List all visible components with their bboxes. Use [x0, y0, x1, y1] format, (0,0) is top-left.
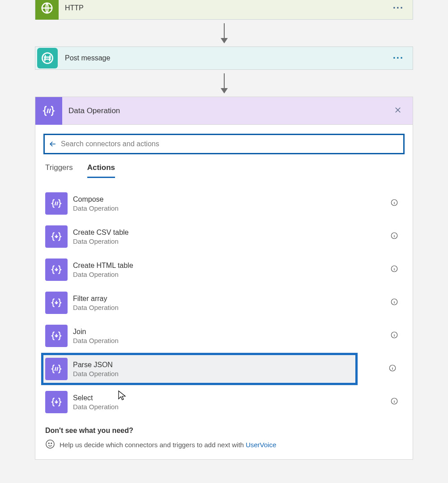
panel-header: Data Operation — [35, 97, 413, 125]
uservoice-link[interactable]: UserVoice — [246, 441, 276, 449]
tabs: Triggers Actions — [45, 163, 403, 178]
svg-point-10 — [48, 443, 49, 444]
braces-down-icon — [45, 225, 68, 248]
action-sub: Data Operation — [73, 271, 390, 278]
search-input[interactable] — [61, 140, 400, 148]
footer-title: Don't see what you need? — [45, 427, 403, 435]
action-create-csv-table[interactable]: Create CSV table Data Operation — [41, 220, 407, 253]
action-name: Compose — [73, 195, 390, 203]
action-sub: Data Operation — [73, 337, 390, 344]
action-join[interactable]: Join Data Operation — [41, 319, 407, 352]
http-step-title: HTTP — [65, 4, 393, 12]
action-sub: Data Operation — [73, 237, 390, 245]
info-icon[interactable] — [390, 397, 398, 407]
braces-icon — [35, 97, 62, 125]
braces-down-icon — [45, 391, 68, 413]
footer-help: Don't see what you need? Help us decide … — [45, 427, 403, 450]
more-menu-button[interactable]: ··· — [393, 52, 404, 64]
info-icon[interactable] — [390, 232, 398, 242]
more-menu-button[interactable]: ··· — [393, 2, 404, 14]
http-step[interactable]: HTTP ··· — [35, 0, 413, 20]
info-icon[interactable] — [388, 364, 397, 374]
post-message-step-title: Post message — [65, 54, 393, 62]
action-select[interactable]: Select Data Operation — [41, 386, 407, 419]
info-icon[interactable] — [390, 298, 398, 308]
braces-icon — [45, 192, 68, 215]
info-icon[interactable] — [390, 199, 398, 208]
action-name: Create CSV table — [73, 229, 390, 237]
hashtag-icon — [37, 48, 58, 68]
footer-text: Help us decide which connectors and trig… — [60, 441, 244, 449]
panel-title: Data Operation — [68, 106, 394, 115]
action-sub: Data Operation — [73, 403, 390, 411]
data-operation-panel: Data Operation Triggers Actions — [35, 97, 413, 460]
braces-down-icon — [45, 292, 68, 314]
tab-actions[interactable]: Actions — [87, 163, 115, 178]
action-name: Join — [73, 328, 390, 336]
action-list: Compose Data Operation Create CSV table … — [41, 187, 407, 419]
action-sub: Data Operation — [73, 204, 390, 212]
arrow-down-icon — [35, 71, 413, 96]
action-parse-json[interactable]: Parse JSON Data Operation — [41, 352, 358, 386]
braces-down-icon — [45, 258, 68, 281]
svg-point-1 — [42, 53, 52, 63]
arrow-down-icon — [35, 21, 413, 46]
action-name: Parse JSON — [73, 361, 358, 369]
action-create-html-table[interactable]: Create HTML table Data Operation — [41, 253, 407, 286]
search-container — [43, 134, 405, 154]
post-message-step[interactable]: Post message ··· — [35, 47, 413, 70]
back-arrow-icon[interactable] — [48, 140, 57, 148]
smiley-icon — [45, 439, 55, 450]
tab-triggers[interactable]: Triggers — [45, 163, 73, 178]
action-filter-array[interactable]: Filter array Data Operation — [41, 286, 407, 319]
action-sub: Data Operation — [73, 370, 358, 377]
action-name: Create HTML table — [73, 262, 390, 270]
action-name: Select — [73, 394, 390, 402]
svg-point-9 — [46, 440, 54, 448]
action-name: Filter array — [73, 295, 390, 303]
action-compose[interactable]: Compose Data Operation — [41, 187, 407, 220]
info-icon[interactable] — [390, 331, 398, 341]
globe-icon — [35, 0, 59, 20]
close-button[interactable] — [394, 106, 402, 116]
braces-icon — [45, 358, 68, 380]
svg-point-11 — [51, 443, 52, 444]
braces-down-icon — [45, 325, 68, 347]
action-sub: Data Operation — [73, 304, 390, 311]
info-icon[interactable] — [390, 265, 398, 275]
